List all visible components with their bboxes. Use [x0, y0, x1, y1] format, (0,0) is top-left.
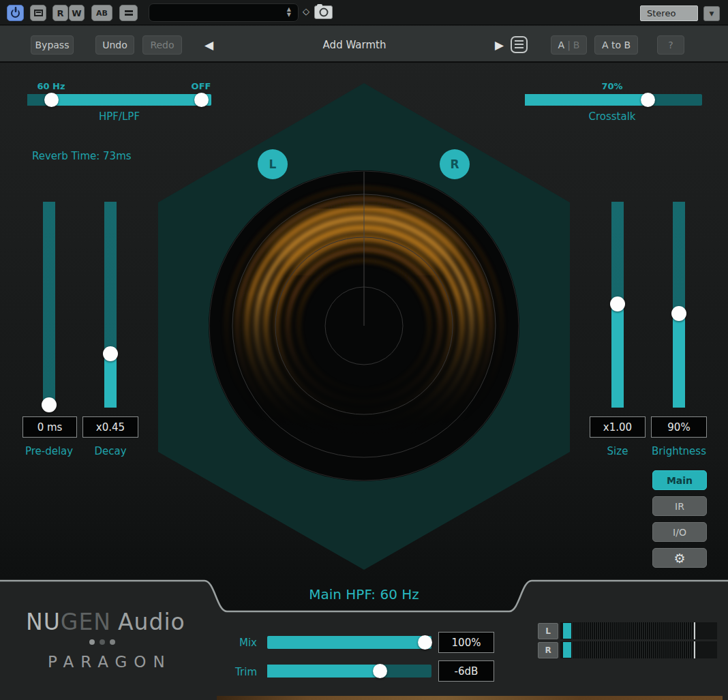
undo-button[interactable]: Undo: [95, 35, 134, 55]
mix-label: Mix: [223, 637, 257, 649]
size-value[interactable]: x1.00: [590, 416, 646, 438]
automation-read-button[interactable]: R: [52, 5, 68, 21]
bypass-button[interactable]: Bypass: [31, 35, 74, 55]
settings-button[interactable]: ⚙: [652, 548, 707, 568]
preset-dropdown[interactable]: ▲▼: [149, 3, 299, 22]
pre-delay-value[interactable]: 0 ms: [22, 416, 77, 438]
trim-label: Trim: [223, 666, 257, 678]
meter-right-button[interactable]: R: [538, 642, 558, 658]
meter-right-display: [560, 641, 717, 658]
a-to-b-button[interactable]: A to B: [594, 35, 638, 55]
hpf-thumb[interactable]: [44, 93, 59, 107]
trim-thumb[interactable]: [373, 664, 387, 678]
decay-label: Decay: [70, 445, 151, 457]
plugin-power-button[interactable]: [7, 5, 24, 21]
meter-left-display: [560, 622, 717, 639]
gear-icon: ⚙: [673, 551, 685, 566]
trim-slider[interactable]: [267, 665, 431, 678]
brand-logo: NUGENAudio: [26, 609, 185, 635]
crosstalk-slider[interactable]: [525, 94, 702, 106]
mix-slider[interactable]: [267, 636, 431, 649]
pre-delay-thumb[interactable]: [42, 397, 57, 412]
lpf-thumb[interactable]: [194, 93, 209, 107]
reverb-time-readout: Reverb Time: 73ms: [32, 150, 182, 162]
help-button[interactable]: ?: [657, 35, 684, 55]
preset-stepper-icon[interactable]: ▲▼: [287, 7, 291, 18]
ab-switch-button[interactable]: AB: [91, 5, 112, 21]
crosstalk-fill: [525, 94, 652, 106]
product-name: PARAGON: [48, 653, 172, 671]
hpf-value: 60 Hz: [31, 81, 72, 91]
mix-thumb[interactable]: [418, 635, 432, 650]
left-channel-label: L: [269, 157, 277, 171]
window-edge-strip: [217, 696, 723, 700]
pre-delay-slider[interactable]: [43, 202, 55, 408]
brand-dots-icon: [89, 639, 115, 645]
brightness-label: Brightness: [638, 445, 720, 457]
preset-name: Add Warmth: [252, 39, 457, 51]
window-icon: [34, 10, 43, 16]
size-slider[interactable]: [611, 202, 624, 408]
left-channel-badge: L: [258, 149, 288, 179]
snapshot-camera-button[interactable]: [314, 5, 333, 19]
decay-slider[interactable]: [104, 202, 117, 408]
preset-list-icon[interactable]: [511, 36, 528, 53]
parameter-readout: Main HPF: 60 Hz: [228, 586, 500, 603]
size-fill: [611, 304, 624, 408]
right-channel-label: R: [450, 157, 459, 171]
preset-modified-icon: ◇: [303, 6, 309, 16]
brightness-value[interactable]: 90%: [651, 416, 707, 438]
window-mode-button[interactable]: [30, 5, 46, 21]
right-channel-badge: R: [440, 149, 470, 179]
lpf-value: OFF: [181, 81, 222, 91]
bypass-state-button[interactable]: [119, 5, 138, 21]
channel-mode-select[interactable]: Stereo: [640, 5, 698, 21]
mix-value[interactable]: 100%: [438, 632, 494, 653]
brightness-fill: [673, 314, 685, 408]
trim-fill: [267, 665, 382, 678]
hpf-lpf-label: HPF/LPF: [65, 110, 174, 123]
channel-mode-arrow-button[interactable]: ▼: [703, 6, 720, 21]
host-title-bar: R W AB ▲▼ ◇ Stereo ▼: [0, 0, 728, 25]
previous-preset-icon[interactable]: ◀: [204, 37, 213, 53]
next-preset-icon[interactable]: ▶: [495, 37, 504, 53]
automation-write-button[interactable]: W: [69, 5, 85, 21]
trim-value[interactable]: -6dB: [438, 660, 494, 682]
power-icon: [11, 9, 20, 18]
crosstalk-value: 70%: [592, 81, 633, 91]
tab-io[interactable]: I/O: [652, 522, 707, 542]
ab-compare-button[interactable]: A | B: [551, 35, 587, 55]
size-thumb[interactable]: [610, 296, 625, 311]
meter-left-button[interactable]: L: [538, 623, 558, 639]
crosstalk-thumb[interactable]: [641, 93, 655, 107]
crosstalk-label: Crosstalk: [558, 110, 667, 123]
hpf-lpf-slider[interactable]: [27, 94, 211, 106]
brightness-slider[interactable]: [673, 202, 685, 408]
tab-ir[interactable]: IR: [652, 496, 707, 516]
plugin-toolbar: Bypass Undo Redo ◀ Add Warmth ▶ A | B A …: [0, 26, 728, 63]
redo-button[interactable]: Redo: [142, 35, 182, 55]
decay-value[interactable]: x0.45: [82, 416, 138, 438]
tab-main[interactable]: Main: [652, 470, 707, 490]
brightness-thumb[interactable]: [671, 306, 686, 321]
decay-fill: [104, 354, 117, 408]
paragon-plugin-window: L R R W AB ▲▼ ◇ Stereo ▼ Bypass Undo Red…: [0, 0, 728, 700]
decay-thumb[interactable]: [103, 346, 118, 361]
chevron-down-icon: ▼: [710, 10, 714, 17]
equals-icon: [125, 10, 133, 16]
